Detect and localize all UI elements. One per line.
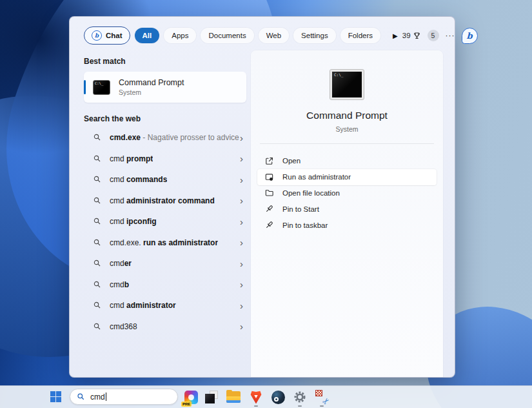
chevron-right-icon[interactable]: › [240,154,243,163]
chevron-right-icon[interactable]: › [240,175,243,185]
search-icon [93,259,102,268]
context-action-list: Open Run as administrator Open file loca… [251,153,443,233]
more-options-icon[interactable]: ··· [446,31,455,40]
copilot-pre-badge: PRE [181,402,192,407]
taskbar-app-file-explorer[interactable] [226,389,241,405]
action-label: Pin to taskbar [282,221,328,229]
text-caret [106,393,106,401]
suggestion-text: cmder [110,259,132,268]
tabbar-right-cluster: 39 5 ··· b [402,28,478,44]
selection-accent-bar [84,80,86,94]
search-icon [93,175,102,184]
search-icon [93,196,102,205]
more-filters-arrow-icon[interactable]: ▶ [393,32,398,39]
suggestion-cmd-commands[interactable]: cmd commands › [84,169,247,190]
search-icon [93,154,102,163]
notification-count-badge[interactable]: 5 [428,30,439,41]
search-icon [77,393,85,401]
app-window-icon [205,391,218,403]
chevron-right-icon[interactable]: › [240,259,243,269]
tab-apps[interactable]: Apps [164,28,196,43]
tab-chat-label: Chat [106,32,123,39]
taskbar-app-settings[interactable] [292,389,308,405]
suggestion-cmd368[interactable]: cmd368 › [84,316,247,338]
result-preview-panel: C:\_ Command Prompt System Open Run as a… [251,50,443,377]
action-open-file-location[interactable]: Open file location [257,185,437,201]
suggestion-cmd-ipconfig[interactable]: cmd ipconfig › [84,211,247,232]
chevron-right-icon[interactable]: › [240,217,243,227]
pin-icon [264,204,274,214]
search-web-heading: Search the web [84,114,251,123]
divider [260,143,434,144]
suggestion-text: cmd administrator [110,301,176,310]
chevron-right-icon[interactable]: › [240,133,243,143]
taskbar-app-window[interactable] [204,389,219,405]
suggestion-text: cmd.exe. run as administrator [110,238,218,247]
tab-chat[interactable]: b Chat [84,26,130,45]
bing-chat-icon[interactable]: b [462,28,478,44]
suggestion-cmd-administrator-command[interactable]: cmd administrator command › [84,190,247,212]
taskbar-search-input[interactable]: cmd [70,389,178,405]
pin-icon [264,220,274,230]
tab-documents[interactable]: Documents [201,28,253,43]
search-icon [93,238,102,247]
chevron-right-icon[interactable]: › [240,238,243,247]
search-icon [93,280,102,289]
suggestion-text: cmd prompt [110,154,153,163]
best-match-result[interactable]: C:\_ Command Prompt System [84,72,246,103]
suggestion-text: cmd368 [110,322,137,331]
suggestion-text: cmdb [110,280,129,289]
snipping-tool-icon: ✂ [315,390,328,404]
run-as-admin-icon [264,172,274,182]
command-prompt-icon: C:\_ [93,80,110,95]
file-explorer-icon [226,391,241,403]
suggestion-cmd-exe-run-as-admin[interactable]: cmd.exe. run as administrator › [84,232,247,254]
search-filter-bar: b Chat All Apps Documents Web Settings F… [70,17,455,45]
steam-icon [271,391,285,404]
rewards-counter[interactable]: 39 [402,32,421,40]
action-pin-to-taskbar[interactable]: Pin to taskbar [257,217,437,233]
suggestion-text: cmd administrator command [110,196,215,205]
trophy-icon [413,32,421,40]
brave-browser-icon [250,391,262,404]
chevron-right-icon[interactable]: › [240,196,243,205]
open-icon [264,156,274,166]
action-label: Run as administrator [282,173,351,181]
action-label: Pin to Start [282,205,319,213]
taskbar-app-steam[interactable] [270,389,286,405]
suggestion-text: cmd.exe - Nagative prosser to advice [110,133,239,142]
tab-web[interactable]: Web [259,28,289,43]
suggestion-cmdb[interactable]: cmdb › [84,274,247,296]
action-pin-to-start[interactable]: Pin to Start [257,201,437,217]
bing-icon: b [92,30,102,41]
tab-folders[interactable]: Folders [340,28,380,43]
action-run-as-administrator[interactable]: Run as administrator [257,169,437,185]
suggestion-cmder[interactable]: cmder › [84,253,247,274]
folder-icon [264,188,274,198]
preview-app-title: Command Prompt [251,110,443,121]
tab-all[interactable]: All [135,28,160,43]
command-prompt-large-icon: C:\_ [330,70,364,99]
suggestion-cmd-exe[interactable]: cmd.exe - Nagative prosser to advice › [84,127,247,148]
best-match-title: Command Prompt [119,78,184,87]
suggestion-cmd-administrator[interactable]: cmd administrator › [84,295,247,316]
suggestion-cmd-prompt[interactable]: cmd prompt › [84,148,247,170]
start-button[interactable] [50,391,61,402]
search-icon [93,133,102,142]
chevron-right-icon[interactable]: › [240,280,243,289]
chevron-right-icon[interactable]: › [240,301,243,311]
search-query-text: cmd [90,393,105,402]
tab-settings[interactable]: Settings [293,28,336,43]
taskbar: cmd PRE ✂ [0,385,532,408]
taskbar-app-copilot[interactable]: PRE [183,389,199,405]
running-indicator [320,405,324,407]
taskbar-app-snipping-tool[interactable]: ✂ [314,389,330,405]
action-label: Open file location [282,189,340,197]
search-results-column: Best match C:\_ Command Prompt System Se… [70,49,251,377]
suggestion-text: cmd commands [110,175,167,184]
action-open[interactable]: Open [257,153,437,169]
chevron-right-icon[interactable]: › [240,321,243,331]
rewards-points: 39 [402,32,411,39]
running-indicator [254,405,258,407]
taskbar-app-brave[interactable] [248,389,264,405]
